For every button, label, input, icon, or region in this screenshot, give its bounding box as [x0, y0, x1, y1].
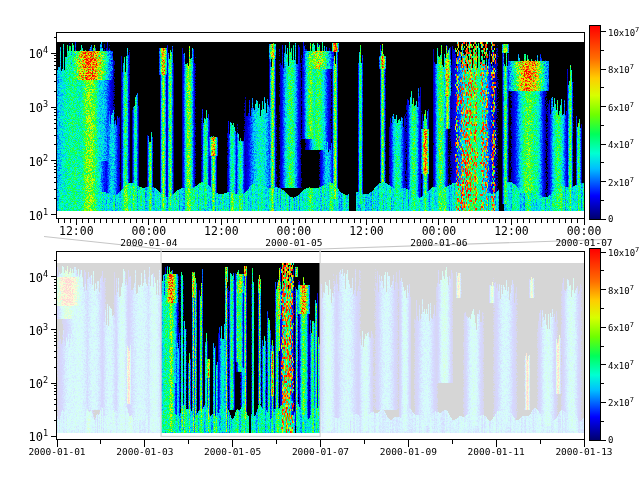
overview-yaxis-minor-tick [54, 279, 57, 280]
top-xaxis-minor-tick [481, 219, 482, 223]
overview-yaxis-minor-tick [54, 367, 57, 368]
top-xaxis-minor-tick [160, 219, 161, 223]
overview-yaxis-minor-tick [54, 341, 57, 342]
overview-yaxis-minor-tick [54, 404, 57, 405]
top-xaxis-time-label: 12:00 [59, 226, 94, 238]
top-xaxis-minor-tick [571, 219, 572, 223]
top-xaxis-minor-tick [432, 219, 433, 223]
overview-colorbar-minor-tick [601, 308, 604, 309]
overview-yaxis-minor-tick [54, 338, 57, 339]
overview-colorbar-minor-tick [601, 383, 604, 384]
top-yaxis-minor-tick [54, 109, 57, 110]
top-xaxis-minor-tick [173, 219, 174, 223]
top-xaxis-minor-tick [469, 219, 470, 223]
overview-xaxis-minor-tick [452, 440, 453, 444]
top-xaxis-minor-tick [287, 219, 288, 223]
overview-xaxis-minor-tick [540, 440, 541, 444]
top-xaxis-minor-tick [305, 219, 306, 223]
overview-yaxis-minor-tick [54, 332, 57, 333]
top-xaxis-minor-tick [118, 219, 119, 223]
top-xaxis-minor-tick [215, 219, 216, 223]
top-xaxis-minor-tick [154, 219, 155, 223]
top-yaxis-minor-tick [54, 74, 57, 75]
overview-xaxis-date-label: 2000-01-13 [555, 447, 612, 457]
top-yaxis-tick [51, 160, 57, 161]
overview-yaxis-minor-tick [54, 282, 57, 283]
top-yaxis-tick [51, 53, 57, 54]
overview-colorbar-tick [601, 327, 606, 328]
top-xaxis-minor-tick [348, 219, 349, 223]
top-yaxis-minor-tick [54, 55, 57, 56]
overview-colorbar-label: 2x107 [608, 397, 634, 408]
top-yaxis-tick [51, 214, 57, 215]
top-xaxis-time-label: 12:00 [204, 226, 239, 238]
top-xaxis-minor-tick [444, 219, 445, 223]
overview-colorbar-tick [601, 440, 606, 441]
overview-yaxis-label: 103 [28, 323, 48, 337]
top-colorbar-label: 2x107 [608, 176, 634, 187]
top-yaxis-minor-tick [54, 119, 57, 120]
top-xaxis-minor-tick [209, 219, 210, 223]
top-xaxis-minor-tick [360, 219, 361, 223]
top-yaxis-minor-tick [54, 112, 57, 113]
top-xaxis-minor-tick [487, 219, 488, 223]
top-colorbar-minor-tick [601, 125, 604, 126]
top-yaxis-minor-tick [54, 135, 57, 136]
top-xaxis-minor-tick [372, 219, 373, 223]
top-xaxis-minor-tick [106, 219, 107, 223]
top-xaxis-time-label: 12:00 [349, 226, 384, 238]
overview-yaxis-minor-tick [54, 304, 57, 305]
top-xaxis-minor-tick [565, 219, 566, 223]
top-colorbar-minor-tick [601, 87, 604, 88]
overview-yaxis-label: 104 [28, 270, 48, 284]
top-xaxis-minor-tick [420, 219, 421, 223]
top-xaxis-minor-tick [408, 219, 409, 223]
top-xaxis-minor-tick [136, 219, 137, 223]
top-xaxis-minor-tick [112, 219, 113, 223]
top-yaxis-minor-tick [54, 69, 57, 70]
top-xaxis-time-label: 12:00 [494, 226, 529, 238]
top-yaxis-minor-tick [54, 58, 57, 59]
top-colorbar-tick [601, 219, 606, 220]
top-xaxis-minor-tick [451, 219, 452, 223]
overview-yaxis-tick [51, 383, 57, 384]
overview-xaxis-date-label: 2000-01-07 [292, 447, 349, 457]
top-xaxis-minor-tick [197, 219, 198, 223]
top-xaxis-minor-tick [166, 219, 167, 223]
top-xaxis-minor-tick [203, 219, 204, 223]
top-xaxis-minor-tick [342, 219, 343, 223]
top-xaxis-minor-tick [493, 219, 494, 223]
top-xaxis-minor-tick [58, 219, 59, 223]
overview-yaxis-minor-tick [54, 385, 57, 386]
overview-colorbar-label: 4x107 [608, 359, 634, 370]
top-plot-frame [56, 32, 585, 219]
top-xaxis-minor-tick [547, 219, 548, 223]
overview-colorbar-label: 0 [608, 436, 613, 445]
overview-xaxis-minor-tick [364, 440, 365, 444]
overview-colorbar-tick [601, 364, 606, 365]
overview-xaxis-minor-tick [276, 440, 277, 444]
top-xaxis-minor-tick [475, 219, 476, 223]
top-xaxis-minor-tick [523, 219, 524, 223]
overview-yaxis-minor-tick [54, 420, 57, 421]
top-xaxis-minor-tick [384, 219, 385, 223]
top-xaxis-minor-tick [577, 219, 578, 223]
top-colorbar-label: 10x107 [608, 26, 639, 37]
top-colorbar-tick [601, 181, 606, 182]
top-xaxis-minor-tick [354, 219, 355, 223]
top-yaxis-tick [51, 107, 57, 108]
top-xaxis-minor-tick [94, 219, 95, 223]
overview-colorbar-minor-tick [601, 421, 604, 422]
top-colorbar-tick [601, 144, 606, 145]
top-yaxis-minor-tick [54, 128, 57, 129]
top-yaxis-minor-tick [54, 65, 57, 66]
top-xaxis-minor-tick [64, 219, 65, 223]
overview-yaxis-tick [51, 276, 57, 277]
top-xaxis-minor-tick [414, 219, 415, 223]
top-xaxis-minor-tick [553, 219, 554, 223]
overview-xaxis-date-label: 2000-01-03 [116, 447, 173, 457]
overview-colorbar-label: 6x107 [608, 322, 634, 333]
overview-colorbar-label: 10x107 [608, 247, 639, 258]
top-colorbar-minor-tick [601, 200, 604, 201]
top-xaxis-time-label: 00:00 [132, 226, 167, 238]
